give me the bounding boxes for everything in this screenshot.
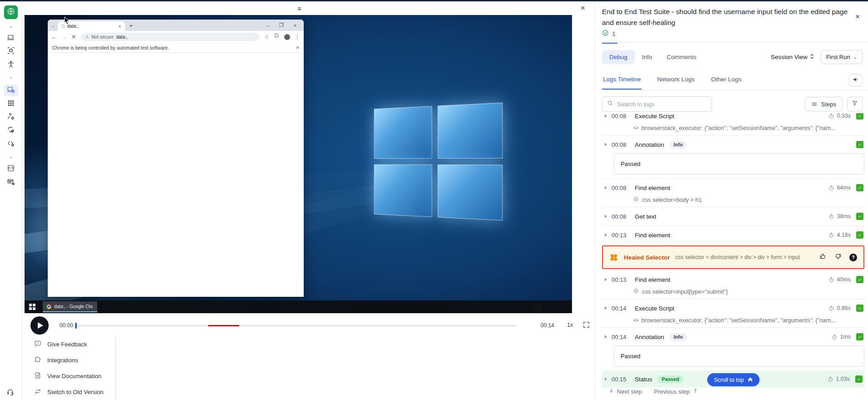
extensions-puzzle-icon[interactable] (274, 33, 280, 41)
log-row[interactable]: 00:13 Find element 4.16s (602, 228, 864, 242)
selenium-badge-icon (856, 333, 863, 340)
sidebar-item-sdk[interactable] (4, 138, 18, 150)
sidebar-item-devices[interactable] (4, 33, 18, 45)
fullscreen-button[interactable] (582, 321, 590, 330)
expand-caret-icon[interactable] (605, 215, 607, 218)
scroll-to-top-button[interactable]: Scroll to top (707, 373, 759, 386)
help-button[interactable]: ? (849, 254, 857, 261)
stop-icon[interactable]: ✕ (71, 34, 76, 40)
tab-title: data:, (67, 24, 116, 29)
selenium-badge-icon (856, 231, 863, 239)
subtab-network-logs[interactable]: Network Logs (656, 73, 696, 89)
healed-selector-callout[interactable]: Healed Selector css selector = div#conte… (602, 245, 864, 269)
playback-speed-button[interactable]: 1x (567, 322, 573, 328)
grid-icon (7, 99, 15, 109)
tab-close-icon[interactable]: × (118, 24, 121, 29)
modal-close-button[interactable]: × (581, 4, 585, 13)
video-frame[interactable]: ⌄ data:, × + – ❒ × ← → ✕ (25, 15, 572, 313)
support-headset-button[interactable] (6, 388, 14, 398)
tab-comments[interactable]: Comments (659, 50, 703, 64)
menu-item-view-documentation[interactable]: View Documentation (30, 368, 115, 384)
log-row[interactable]: 00:14 Execute Script 0.86s (602, 301, 864, 315)
sidebar-item-automate-active[interactable] (4, 85, 18, 96)
menu-item-integrations[interactable]: Integrations (30, 352, 115, 368)
seek-bar[interactable] (75, 325, 516, 326)
sort-chevrons-icon (810, 53, 814, 61)
chrome-icon (46, 304, 51, 309)
window-maximize-button[interactable]: ❒ (279, 22, 284, 28)
tab-info[interactable]: Info (635, 50, 660, 64)
log-time: 00:08 (612, 113, 632, 120)
search-input[interactable] (617, 101, 703, 108)
seek-handle[interactable] (75, 323, 77, 329)
expand-caret-icon[interactable] (605, 278, 607, 281)
subtab-logs-timeline[interactable]: Logs Timeline (602, 73, 642, 90)
document-icon (34, 372, 41, 381)
expand-caret-icon[interactable] (605, 233, 607, 237)
modal-menu-icon[interactable]: ≡ (297, 5, 301, 12)
sidebar-item-apps-grid[interactable] (4, 98, 18, 110)
thumbs-down-button[interactable] (834, 253, 842, 262)
start-button[interactable] (25, 300, 40, 313)
session-view-selector[interactable]: Session View (771, 53, 814, 61)
window-minimize-button[interactable]: – (266, 23, 269, 28)
profile-avatar[interactable] (284, 34, 290, 40)
sidebar-item-app-automate[interactable] (4, 45, 18, 57)
session-view-label: Session View (771, 54, 808, 60)
log-row[interactable]: 00:08 Execute Script 0.33s (602, 113, 864, 123)
tab-search-chevron-icon[interactable]: ⌄ (51, 24, 55, 28)
subtab-other-logs[interactable]: Other Logs (710, 73, 743, 89)
sidebar-item-user-settings[interactable] (4, 111, 18, 123)
log-search[interactable] (602, 96, 712, 112)
log-row[interactable]: 00:13 Find element 40ms (602, 273, 864, 286)
log-title: Find element (635, 276, 670, 283)
log-row[interactable]: 00:08 Get text 38ms (602, 210, 864, 223)
sidebar-item-percy[interactable] (4, 163, 18, 175)
play-button[interactable] (30, 316, 49, 335)
expand-caret-icon[interactable] (605, 143, 607, 146)
player-controls: 00:00 00:14 1x (22, 315, 572, 336)
log-duration: 0.86s (837, 305, 851, 311)
windows-taskbar: data:, - Google Chr... (25, 300, 572, 313)
menu-item-switch-old-version[interactable]: Switch to Old Version (30, 384, 115, 400)
sidebar-item-accessibility[interactable] (4, 59, 18, 71)
sidebar-item-turboscale[interactable] (4, 177, 18, 189)
thumbs-up-button[interactable] (819, 253, 827, 262)
next-step-button[interactable]: Next step (608, 388, 642, 395)
panel-close-button[interactable]: × (855, 12, 860, 21)
new-tab-button[interactable]: + (130, 22, 133, 29)
expand-caret-icon[interactable] (605, 114, 607, 118)
log-row[interactable]: 00:08 Annotation Info (602, 138, 864, 151)
menu-item-label: Switch to Old Version (47, 389, 104, 395)
tab-debug[interactable]: Debug (602, 50, 635, 64)
expand-caret-icon[interactable] (605, 335, 607, 339)
screenshot-icon (7, 164, 15, 174)
expand-caret-icon[interactable] (605, 377, 607, 381)
steps-button[interactable]: Steps (805, 97, 843, 111)
bookmark-star-icon[interactable]: ☆ (264, 34, 269, 40)
filter-button[interactable] (847, 97, 863, 111)
back-icon[interactable]: ← (51, 34, 57, 40)
menu-item-give-feedback[interactable]: Give Feedback (30, 336, 115, 352)
log-row[interactable]: 00:08 Find element 64ms (602, 181, 864, 195)
window-close-button[interactable]: × (294, 23, 296, 28)
previous-step-button[interactable]: Previous step (654, 388, 698, 395)
log-duration: 0.33s (837, 113, 851, 119)
infobar-close-icon[interactable]: × (296, 45, 299, 51)
log-time: 00:14 (612, 305, 632, 312)
sidebar-item-live[interactable] (4, 5, 18, 19)
log-row[interactable]: 00:14 Annotation Info 1ms (602, 330, 864, 344)
audio-toggle-button[interactable] (849, 74, 863, 86)
forward-icon[interactable]: → (61, 34, 67, 40)
expand-caret-icon[interactable] (605, 306, 607, 310)
session-tab[interactable]: 1 (602, 27, 617, 44)
expand-caret-icon[interactable] (605, 186, 607, 190)
run-selector-button[interactable]: First Run ⌄ (821, 50, 863, 64)
person-gear-icon (7, 112, 15, 122)
address-bar[interactable]: ⚠ Not secure data:, (80, 33, 260, 41)
sidebar-item-settings-sync[interactable] (4, 125, 18, 136)
bandage-icon (609, 253, 618, 262)
more-menu-icon[interactable]: ⋮ (295, 34, 300, 40)
tab-strip: ⌄ data:, × + – ❒ × (48, 20, 304, 31)
taskbar-chrome-task[interactable]: data:, - Google Chr... (43, 301, 97, 312)
